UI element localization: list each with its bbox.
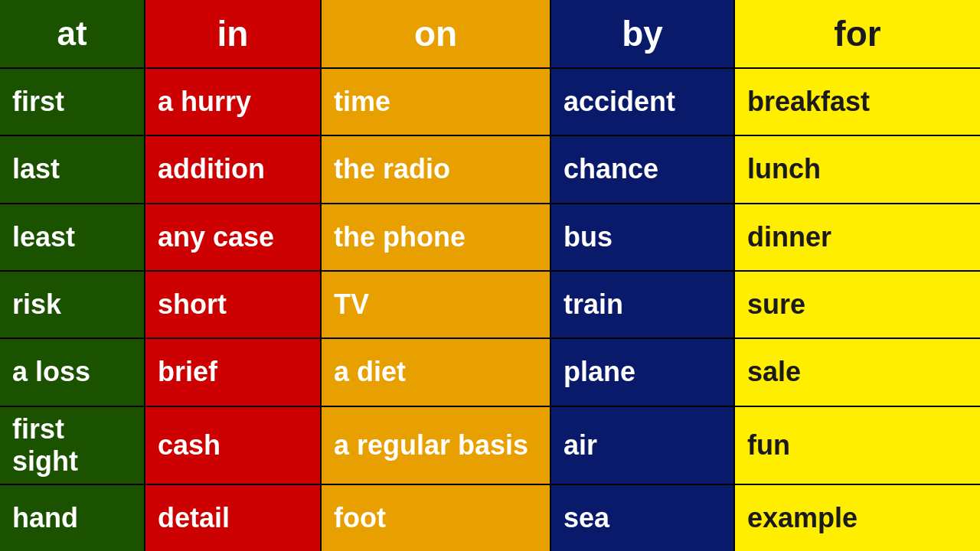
cell-in-1: addition [145,136,322,202]
cell-at-5: first sight [0,407,145,484]
prepositions-table: at in on by for first a hurry time accid… [0,0,980,551]
cell-in-4: brief [145,339,322,405]
cell-by-1: chance [551,136,735,202]
cell-by-5: air [551,407,735,484]
header-row: at in on by for [0,0,980,67]
header-for: for [735,0,980,67]
cell-for-4: sale [735,339,980,405]
cell-in-6: detail [145,485,322,551]
cell-at-1: last [0,136,145,202]
table-row: risk short TV train sure [0,270,980,337]
cell-at-6: hand [0,485,145,551]
cell-in-3: short [145,272,322,337]
cell-on-6: foot [322,485,551,551]
cell-for-2: dinner [735,204,980,270]
cell-on-1: the radio [322,136,551,202]
cell-on-3: TV [322,272,551,337]
data-rows: first a hurry time accident breakfast la… [0,67,980,551]
table-row: first a hurry time accident breakfast [0,67,980,135]
cell-by-2: bus [551,204,735,270]
cell-in-0: a hurry [145,69,322,135]
cell-at-4: a loss [0,339,145,405]
cell-by-6: sea [551,485,735,551]
cell-for-3: sure [735,272,980,337]
table-row: hand detail foot sea example [0,484,980,551]
cell-for-5: fun [735,407,980,484]
cell-at-3: risk [0,272,145,337]
cell-by-0: accident [551,69,735,135]
cell-at-0: first [0,69,145,135]
table-row: a loss brief a diet plane sale [0,337,980,405]
header-on: on [322,0,551,67]
cell-by-3: train [551,272,735,337]
cell-on-2: the phone [322,204,551,270]
cell-on-0: time [322,69,551,135]
cell-for-6: example [735,485,980,551]
cell-in-5: cash [145,407,322,484]
cell-for-0: breakfast [735,69,980,135]
table-row: last addition the radio chance lunch [0,135,980,202]
cell-on-4: a diet [322,339,551,405]
cell-by-4: plane [551,339,735,405]
cell-on-5: a regular basis [322,407,551,484]
header-at: at [0,0,145,67]
table-row: first sight cash a regular basis air fun [0,406,980,484]
cell-at-2: least [0,204,145,270]
table-row: least any case the phone bus dinner [0,203,980,270]
cell-in-2: any case [145,204,322,270]
cell-for-1: lunch [735,136,980,202]
header-in: in [145,0,322,67]
header-by: by [551,0,735,67]
